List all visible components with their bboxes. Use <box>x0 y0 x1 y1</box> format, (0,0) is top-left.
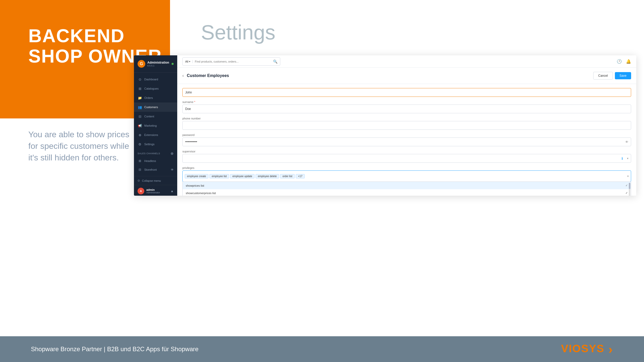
sidebar-item-storefront[interactable]: ⊟ Storefront 👁 <box>134 165 177 174</box>
footer-logo: VIOSYS › <box>561 342 613 356</box>
sidebar-item-label: Catalogues <box>144 87 159 90</box>
save-button[interactable]: Save <box>615 72 631 79</box>
sidebar-item-marketing[interactable]: 📢 Marketing <box>134 121 177 130</box>
firstname-group <box>182 88 631 97</box>
dropdown-item[interactable]: showprices list ✓ <box>183 182 631 189</box>
status-dot <box>172 63 174 65</box>
settings-title: Settings <box>201 21 275 44</box>
privilege-tag: employee create <box>185 174 208 178</box>
collapse-icon: ⊙ <box>138 179 140 182</box>
privilege-tag: employee update <box>230 174 255 178</box>
show-password-icon[interactable]: 👁 <box>625 140 629 144</box>
brand-version: 6.5.5.1 <box>147 64 169 67</box>
avatar: A <box>138 188 144 194</box>
topbar-actions: 🕐 🔔 <box>617 59 631 64</box>
sidebar-item-orders[interactable]: 📁 Orders <box>134 93 177 102</box>
privilege-tag: employee delete <box>256 174 279 178</box>
sidebar-item-headless[interactable]: ⊞ Headless <box>134 157 177 165</box>
check-icon: ✓ <box>625 184 628 187</box>
password-wrapper: 👁 <box>182 137 631 146</box>
settings-icon: ⚙ <box>138 142 142 146</box>
description-text: You are able to show prices for specific… <box>28 129 137 163</box>
privileges-box[interactable]: employee create employee list employee u… <box>182 170 631 182</box>
scroll-thumb <box>629 183 630 189</box>
privileges-group: privileges employee create employee list… <box>182 166 631 196</box>
search-all-selector[interactable]: All ▾ <box>185 60 193 63</box>
sidebar-brand: G Administration 6.5.5.1 <box>134 55 177 73</box>
surname-input[interactable] <box>182 105 631 113</box>
search-all-chevron-icon: ▾ <box>189 60 190 63</box>
channel-label: Storefront <box>144 168 157 171</box>
sidebar-item-customers[interactable]: 👥 Customers <box>134 102 177 112</box>
footer-text: Shopware Bronze Partner | B2B und B2C Ap… <box>31 346 199 353</box>
phone-input[interactable] <box>182 121 631 130</box>
password-label: password <box>182 133 631 136</box>
sidebar-item-label: Marketing <box>144 124 157 127</box>
sidebar-item-content[interactable]: ⊟ Content <box>134 112 177 121</box>
sidebar-item-settings[interactable]: ⚙ Settings <box>134 140 177 149</box>
select-chevron-icon: ▾ <box>627 157 629 160</box>
clock-icon[interactable]: 🕐 <box>617 59 622 64</box>
collapse-label: Collapse menu <box>142 179 161 182</box>
search-input[interactable] <box>195 60 271 63</box>
surname-label: surname * <box>182 100 631 104</box>
dashboard-icon: ⊙ <box>138 77 142 82</box>
scrollbar[interactable] <box>629 183 630 196</box>
back-button[interactable]: ‹ <box>182 73 184 78</box>
cancel-button[interactable]: Cancel <box>593 72 613 80</box>
dropdown-item[interactable]: showcustomerprices list ✓ <box>183 189 631 196</box>
info-icon: ℹ <box>622 157 623 160</box>
sidebar-nav: ⊙ Dashboard ⊞ Catalogues 📁 Orders 👥 Cust… <box>134 73 177 176</box>
password-input[interactable] <box>182 137 631 146</box>
main-content: All ▾ 🔍 🕐 🔔 ‹ Customer Employees Ca <box>177 55 636 196</box>
sidebar-item-dashboard[interactable]: ⊙ Dashboard <box>134 75 177 84</box>
headless-icon: ⊞ <box>138 159 142 163</box>
firstname-input[interactable] <box>182 88 631 97</box>
sidebar-item-label: Dashboard <box>144 78 158 81</box>
brand-name: Administration <box>147 61 169 64</box>
marketing-icon: 📢 <box>138 123 142 128</box>
sidebar-item-extensions[interactable]: ⊕ Extensions <box>134 130 177 140</box>
sidebar: G Administration 6.5.5.1 ⊙ Dashboard ⊞ C… <box>134 55 177 196</box>
supervisor-select-wrapper: ℹ ▾ <box>182 154 631 163</box>
panel-body: surname * phone number password <box>177 84 636 196</box>
extensions-icon: ⊕ <box>138 133 142 137</box>
sidebar-item-label: Settings <box>144 143 155 146</box>
password-group: password 👁 <box>182 133 631 146</box>
sidebar-item-label: Content <box>144 115 154 118</box>
search-bar: All ▾ 🔍 <box>182 57 280 66</box>
search-submit-icon[interactable]: 🔍 <box>273 59 277 64</box>
privilege-tag: employee list <box>209 174 229 178</box>
phone-label: phone number <box>182 117 631 120</box>
content-icon: ⊟ <box>138 114 142 119</box>
sidebar-user[interactable]: A admin Administrator ▲ <box>134 185 177 196</box>
customers-icon: 👥 <box>138 105 142 109</box>
panel-header: ‹ Customer Employees Cancel Save <box>177 68 636 84</box>
supervisor-select[interactable] <box>182 154 631 163</box>
sales-channels-label: Sales Channels ⊕ <box>134 149 177 157</box>
phone-group: phone number <box>182 117 631 130</box>
content-panel: ‹ Customer Employees Cancel Save surname <box>177 68 636 196</box>
storefront-icon: ⊟ <box>138 167 142 172</box>
user-role: Administrator <box>146 191 171 194</box>
sidebar-item-catalogues[interactable]: ⊞ Catalogues <box>134 84 177 93</box>
privilege-more: +17 <box>296 174 305 178</box>
user-name: admin <box>146 188 171 191</box>
add-channel-icon[interactable]: ⊕ <box>171 151 174 156</box>
orders-icon: 📁 <box>138 96 142 100</box>
privileges-label: privileges <box>182 166 631 169</box>
catalogues-icon: ⊞ <box>138 86 142 91</box>
admin-panel: G Administration 6.5.5.1 ⊙ Dashboard ⊞ C… <box>134 55 636 196</box>
bell-icon[interactable]: 🔔 <box>626 59 631 64</box>
surname-group: surname * <box>182 100 631 113</box>
supervisor-label: supervisor <box>182 150 631 153</box>
sidebar-item-label: Orders <box>144 96 153 99</box>
topbar: All ▾ 🔍 🕐 🔔 <box>177 55 636 68</box>
collapse-menu[interactable]: ⊙ Collapse menu <box>134 176 177 185</box>
privilege-tag: order list <box>280 174 294 178</box>
eye-icon[interactable]: 👁 <box>171 168 174 171</box>
supervisor-group: supervisor ℹ ▾ <box>182 150 631 163</box>
user-info: admin Administrator <box>146 188 171 194</box>
channel-label: Headless <box>144 159 156 162</box>
privileges-chevron-icon: ▾ <box>627 175 629 178</box>
